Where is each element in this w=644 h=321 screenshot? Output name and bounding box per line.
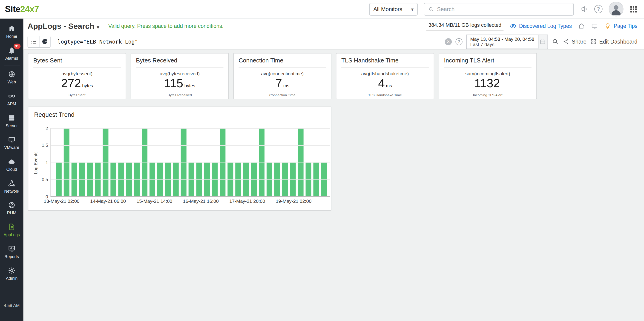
query-help-icon[interactable] — [456, 38, 462, 45]
alarm-count-badge: 31 — [13, 44, 20, 49]
sidebar: Home 31 Alarms Web APM Server — [0, 19, 24, 321]
apps-grid-icon[interactable] — [630, 5, 637, 13]
card-aggregation: avg(tlshandshaketime) — [336, 71, 434, 76]
y-tick-label: 1.5 — [42, 143, 48, 148]
x-tick-label: 16-May-21 16:00 — [183, 199, 219, 204]
avatar[interactable] — [608, 2, 623, 16]
card-aggregation: avg(bytesreceived) — [131, 71, 228, 76]
globe-icon — [8, 70, 16, 78]
page-tips-link[interactable]: Page Tips — [604, 23, 637, 30]
card-title: Connection Time — [238, 54, 326, 68]
x-tick-label: 17-May-21 20:00 — [229, 199, 265, 204]
calendar-icon — [538, 35, 548, 48]
request-trend-chart: Log Events 00.511.52 13-May-21 02:0014-M… — [28, 122, 331, 210]
date-range-value: May 13, 04:58 - May 20, 04:58 — [470, 36, 534, 41]
bar-chart-plot — [50, 128, 330, 197]
edit-dashboard-button[interactable]: Edit Dashboard — [590, 38, 637, 45]
stat-card-tls-handshake-time[interactable]: TLS Handshake Time avg(tlshandshaketime)… — [336, 53, 434, 99]
cloud-icon — [8, 157, 16, 165]
sidebar-item-rum[interactable]: RUM — [0, 197, 24, 219]
discovered-log-types-link[interactable]: Discovered Log Types — [510, 23, 572, 30]
sidebar-item-cloud[interactable]: Cloud — [0, 153, 24, 175]
card-title: Bytes Received — [136, 54, 223, 68]
sidebar-item-vmware[interactable]: VMware — [0, 132, 24, 153]
date-preset-value: Last 7 days — [470, 42, 534, 47]
log-query-input[interactable] — [54, 36, 441, 48]
monitor-view-icon[interactable] — [591, 23, 598, 30]
network-icon — [8, 179, 16, 187]
monitor-filter-value: All Monitors — [373, 6, 402, 12]
main-area: AppLogs - Search Valid query. Press spac… — [24, 19, 644, 321]
edit-dashboard-grid-icon — [590, 38, 597, 45]
card-footer: Bytes Received — [131, 93, 228, 97]
eye-icon — [510, 23, 516, 30]
clear-query-icon[interactable] — [445, 38, 452, 45]
y-axis-ticks: 00.511.52 — [39, 128, 50, 197]
stat-card-bytes-received[interactable]: Bytes Received avg(bytesreceived) 115byt… — [131, 53, 229, 99]
sidebar-item-alarms[interactable]: 31 Alarms — [0, 42, 24, 64]
list-view-button[interactable] — [28, 36, 39, 47]
x-tick-label: 19-May-21 02:00 — [276, 199, 312, 204]
chart-view-button[interactable] — [39, 36, 50, 47]
announcement-icon[interactable] — [580, 5, 588, 13]
stat-card-bytes-sent[interactable]: Bytes Sent avg(bytessent) 272bytes Bytes… — [28, 53, 126, 99]
monitor-filter-select[interactable]: All Monitors — [369, 3, 418, 16]
x-tick-label: 15-May-21 14:00 — [136, 199, 172, 204]
sidebar-item-applogs[interactable]: AppLogs — [0, 219, 24, 241]
search-input[interactable] — [437, 6, 570, 12]
home-icon — [8, 25, 16, 32]
share-button[interactable]: Share — [562, 38, 586, 45]
y-tick-label: 0.5 — [42, 177, 48, 183]
request-trend-widget[interactable]: Request Trend Log Events 00.511.52 13-Ma… — [28, 106, 332, 211]
topbar-right-cluster: All Monitors — [369, 2, 637, 16]
rum-icon — [8, 201, 16, 209]
sidebar-item-web[interactable]: Web — [0, 66, 24, 88]
sidebar-item-admin[interactable]: Admin — [0, 262, 24, 284]
query-valid-status: Valid query. Press space to add more con… — [108, 23, 224, 29]
home-screen-icon[interactable] — [578, 23, 585, 30]
card-value: 272bytes — [28, 77, 126, 90]
bulb-icon — [604, 23, 611, 30]
help-icon[interactable] — [594, 5, 602, 13]
gridline — [51, 145, 330, 146]
page-header-right: 384.34 MB/11 GB logs collected Discovere… — [426, 22, 638, 30]
date-range-picker[interactable]: May 13, 04:58 - May 20, 04:58 Last 7 day… — [466, 34, 548, 49]
card-value: 4ms — [336, 77, 434, 90]
x-tick-label: 14-May-21 06:00 — [90, 199, 126, 204]
server-icon — [8, 114, 16, 122]
site24x7-logo[interactable]: Site24x7 — [5, 4, 39, 14]
card-value: 1132 — [439, 77, 536, 90]
run-search-icon[interactable] — [552, 38, 559, 45]
stat-card-connection-time[interactable]: Connection Time avg(connectiontime) 7ms … — [233, 53, 332, 99]
stat-card-incoming-tls-alert[interactable]: Incoming TLS Alert sum(incomingtlsalert)… — [438, 53, 537, 99]
infinity-icon — [8, 92, 16, 100]
page-header: AppLogs - Search Valid query. Press spac… — [24, 19, 644, 34]
sidebar-item-home[interactable]: Home — [0, 21, 24, 42]
sidebar-item-network[interactable]: Network — [0, 175, 24, 197]
global-search-box[interactable] — [424, 3, 574, 16]
card-title: Incoming TLS Alert — [444, 54, 531, 68]
share-icon — [562, 38, 569, 45]
logo-text-site: Site — [5, 4, 20, 14]
dashboard-content: Bytes Sent avg(bytessent) 272bytes Bytes… — [24, 50, 644, 321]
gridline — [51, 162, 330, 163]
logo-text-24x7: 24x7 — [20, 4, 39, 14]
reports-icon — [8, 245, 16, 253]
chevron-down-icon — [411, 6, 414, 12]
card-title: Bytes Sent — [33, 54, 121, 68]
applogs-doc-icon — [8, 223, 16, 231]
page-title-dropdown[interactable]: AppLogs - Search — [28, 22, 99, 31]
sidebar-item-apm[interactable]: APM — [0, 88, 24, 110]
sidebar-divider — [4, 65, 20, 65]
log-usage-meter[interactable]: 384.34 MB/11 GB logs collected — [426, 22, 504, 30]
gridline — [51, 128, 330, 129]
sidebar-item-server[interactable]: Server — [0, 110, 24, 132]
card-footer: TLS Handshake Time — [336, 93, 434, 97]
query-bar: May 13, 04:58 - May 20, 04:58 Last 7 day… — [24, 34, 644, 50]
gridline — [51, 179, 330, 180]
pie-view-icon — [42, 38, 48, 45]
vmware-icon — [8, 135, 16, 143]
view-toggle — [28, 36, 50, 48]
card-aggregation: avg(bytessent) — [28, 71, 126, 76]
sidebar-item-reports[interactable]: Reports — [0, 241, 24, 263]
